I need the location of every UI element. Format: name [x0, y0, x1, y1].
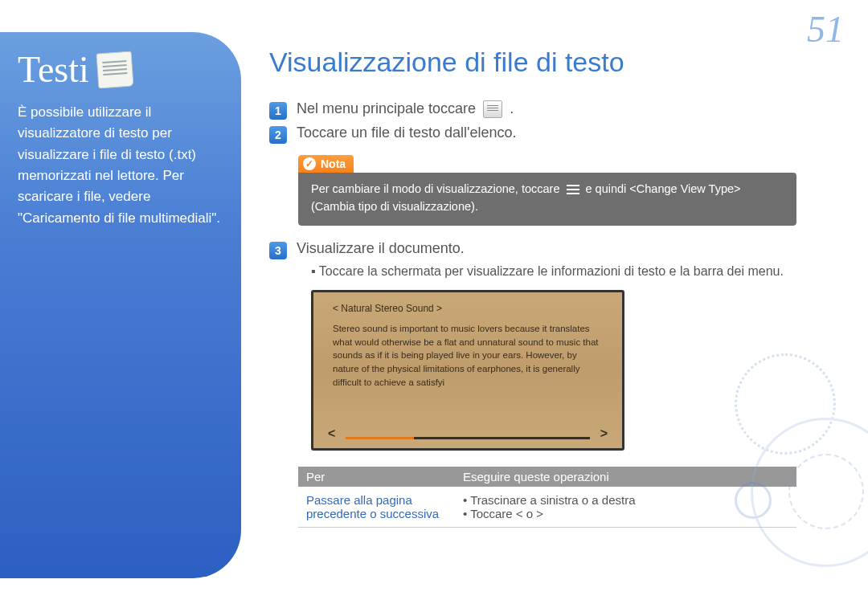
- parchment-footer: < >: [313, 424, 622, 443]
- step-1-text: Nel menu principale toccare .: [297, 100, 514, 118]
- step-2-text: Toccare un file di testo dall'elenco.: [297, 124, 517, 141]
- table-cell-action: Passare alla pagina precedente o success…: [298, 487, 455, 528]
- step-3: 3 Visualizzare il documento.: [269, 240, 832, 259]
- sidebar-description: È possibile utilizzare il visualizzatore…: [18, 102, 223, 229]
- prev-page-icon: <: [328, 424, 335, 443]
- table-header-per: Per: [298, 467, 455, 487]
- text-viewer-screenshot: < Natural Stereo Sound > Stereo sound is…: [311, 290, 624, 451]
- step-number-icon: 3: [269, 242, 287, 259]
- note-body: Per cambiare il modo di visualizzazione,…: [298, 173, 796, 226]
- next-page-icon: >: [600, 424, 608, 443]
- sidebar: Testi È possibile utilizzare il visualiz…: [0, 32, 241, 578]
- checkmark-icon: ✓: [303, 157, 316, 170]
- step-1-text-before: Nel menu principale toccare: [297, 100, 480, 116]
- table-row: Passare alla pagina precedente o success…: [298, 487, 796, 528]
- text-file-icon: [96, 51, 133, 88]
- menu-text-icon: [483, 100, 502, 118]
- hamburger-icon: [567, 185, 579, 194]
- note-header: ✓ Nota: [298, 155, 354, 173]
- step-number-icon: 2: [269, 126, 287, 144]
- table-cell-howto-2: Toccare < o >: [470, 507, 543, 520]
- step-1-text-after: .: [510, 100, 514, 116]
- step-2: 2 Toccare un file di testo dall'elenco.: [269, 124, 832, 144]
- page-number: 51: [807, 8, 844, 51]
- operations-table: Per Eseguire queste operazioni Passare a…: [298, 467, 796, 528]
- parchment-body: Stereo sound is important to music lover…: [333, 322, 603, 389]
- sidebar-title: Testi: [18, 48, 89, 91]
- table-cell-howto-1: Trascinare a sinistra o a destra: [470, 493, 635, 507]
- step-number-icon: 1: [269, 102, 287, 120]
- step-3-bullet: ▪ Toccare la schermata per visualizzare …: [311, 264, 832, 279]
- step-3-bullet-text: Toccare la schermata per visualizzare le…: [319, 264, 784, 278]
- step-3-text: Visualizzare il documento.: [297, 240, 465, 257]
- note-box: ✓ Nota Per cambiare il modo di visualizz…: [298, 155, 796, 226]
- main-content: Visualizzazione di file di testo 1 Nel m…: [269, 47, 832, 528]
- parchment-title: < Natural Stereo Sound >: [333, 302, 603, 316]
- note-label: Nota: [321, 157, 346, 170]
- sidebar-title-row: Testi: [18, 48, 223, 91]
- page-title: Visualizzazione di file di testo: [269, 47, 832, 78]
- step-1: 1 Nel menu principale toccare .: [269, 100, 832, 120]
